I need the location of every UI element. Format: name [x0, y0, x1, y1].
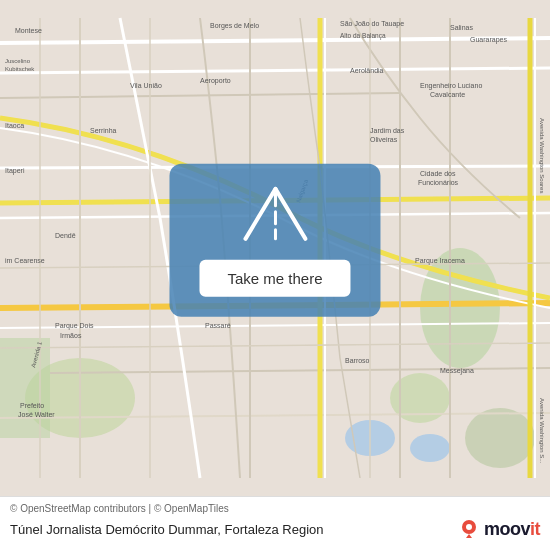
app-container: Montese Juscelino Kubitschek Borges de M… [0, 0, 550, 550]
svg-text:Itaperi: Itaperi [5, 167, 25, 175]
svg-text:Cavalcante: Cavalcante [430, 91, 465, 98]
svg-point-2 [420, 248, 500, 368]
svg-text:Irmãos: Irmãos [60, 332, 82, 339]
svg-text:Funcionários: Funcionários [418, 179, 459, 186]
svg-text:Serrinha: Serrinha [90, 127, 117, 134]
svg-text:Dendê: Dendê [55, 232, 76, 239]
svg-point-5 [465, 408, 535, 468]
svg-text:Jardim das: Jardim das [370, 127, 405, 134]
svg-text:Montese: Montese [15, 27, 42, 34]
svg-text:Vila União: Vila União [130, 82, 162, 89]
road-icon [240, 184, 310, 244]
svg-line-65 [245, 189, 275, 239]
svg-text:Oliveiras: Oliveiras [370, 136, 398, 143]
svg-text:Itaoca: Itaoca [5, 122, 24, 129]
svg-point-7 [410, 434, 450, 462]
svg-text:Messejana: Messejana [440, 367, 474, 375]
take-me-there-button[interactable]: Take me there [199, 260, 350, 297]
svg-text:José Walter: José Walter [18, 411, 55, 418]
map-area: Montese Juscelino Kubitschek Borges de M… [0, 0, 550, 496]
svg-text:Juscelino: Juscelino [5, 58, 31, 64]
svg-text:Passaré: Passaré [205, 322, 231, 329]
svg-text:Alto da Balança: Alto da Balança [340, 32, 386, 40]
svg-text:Cidade dos: Cidade dos [420, 170, 456, 177]
moovit-brand-text: moovit [484, 519, 540, 540]
svg-point-71 [466, 524, 472, 530]
svg-line-66 [275, 189, 305, 239]
moovit-logo: moovit [458, 518, 540, 540]
svg-text:Engenheiro Luciano: Engenheiro Luciano [420, 82, 482, 90]
moovit-pin-icon [458, 518, 480, 540]
svg-text:Parque Dois: Parque Dois [55, 322, 94, 330]
svg-text:Guararapes: Guararapes [470, 36, 507, 44]
location-info: Túnel Jornalista Demócrito Dummar, Forta… [10, 518, 540, 540]
svg-text:Aeroporto: Aeroporto [200, 77, 231, 85]
svg-text:São João do Tauape: São João do Tauape [340, 20, 404, 28]
svg-text:Barroso: Barroso [345, 357, 370, 364]
bottom-bar: © OpenStreetMap contributors | © OpenMap… [0, 496, 550, 550]
svg-text:Parque Iracema: Parque Iracema [415, 257, 465, 265]
svg-rect-4 [0, 338, 50, 438]
svg-text:Avenida Washington S...: Avenida Washington S... [539, 398, 545, 464]
svg-text:im Cearense: im Cearense [5, 257, 45, 264]
location-card: Take me there [169, 164, 380, 317]
svg-text:Avenida Washington Soares: Avenida Washington Soares [539, 118, 545, 193]
svg-text:Salinas: Salinas [450, 24, 473, 31]
svg-text:Kubitschek: Kubitschek [5, 66, 35, 72]
svg-text:Aerolândia: Aerolândia [350, 67, 384, 74]
svg-text:Prefeito: Prefeito [20, 402, 44, 409]
location-name: Túnel Jornalista Demócrito Dummar, Forta… [10, 522, 458, 537]
attribution-text: © OpenStreetMap contributors | © OpenMap… [10, 503, 540, 514]
svg-text:Borges de Melo: Borges de Melo [210, 22, 259, 30]
